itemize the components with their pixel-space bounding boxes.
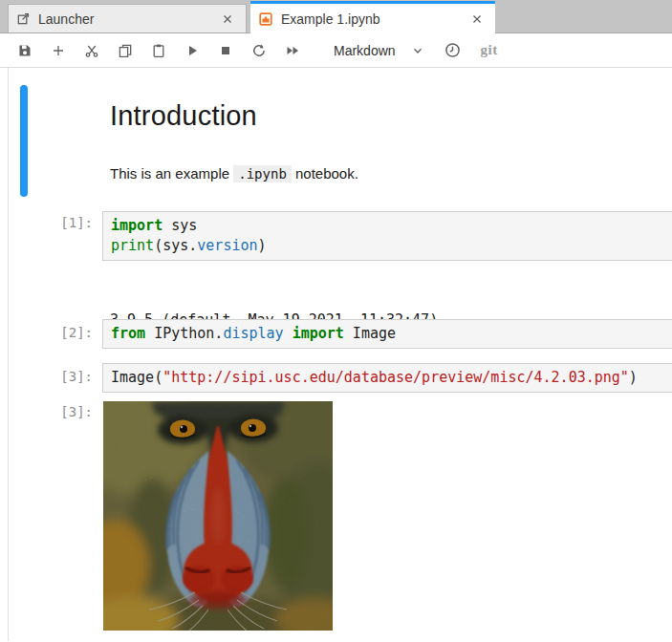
code-token: import <box>111 217 163 234</box>
code-cell-input[interactable]: Image("http://sipi.usc.edu/database/prev… <box>102 363 672 393</box>
chevron-down-icon <box>411 44 424 57</box>
panel-left-border <box>8 68 9 641</box>
code-cell-input[interactable]: from IPython.display import Image <box>102 319 672 349</box>
code-cell-input[interactable]: import sys print(sys.version) <box>102 211 672 261</box>
output-image-mandrill <box>103 401 333 631</box>
code-token: (sys. <box>154 237 197 254</box>
code-token: Image( <box>111 369 163 386</box>
code-line: print(sys.version) <box>111 236 665 256</box>
paste-button[interactable] <box>141 37 175 64</box>
notebook-panel: Introduction This is an example .ipynb n… <box>0 68 672 641</box>
launcher-icon <box>16 11 31 26</box>
code-token: sys <box>163 217 197 234</box>
code-token: ) <box>258 237 267 254</box>
cell-type-dropdown[interactable]: Markdown <box>334 43 424 58</box>
save-button[interactable] <box>8 37 41 64</box>
input-prompt: [1]: <box>0 215 102 230</box>
notebook-toolbar: Markdown git <box>0 33 672 68</box>
clock-icon <box>444 42 461 58</box>
input-prompt: [2]: <box>0 325 102 340</box>
paragraph-text: This is an example <box>110 165 233 182</box>
code-line: from IPython.display import Image <box>111 324 665 344</box>
cut-button[interactable] <box>75 37 108 64</box>
code-token: print <box>111 237 154 254</box>
tab-label: Example 1.ipynb <box>281 11 463 27</box>
copy-button[interactable] <box>108 37 141 64</box>
notebook-icon <box>258 11 273 27</box>
code-token: from <box>111 325 145 342</box>
tab-launcher[interactable]: Launcher <box>8 4 247 32</box>
code-token: "http://sipi.usc.edu/database/preview/mi… <box>163 369 629 386</box>
add-cell-button[interactable] <box>41 37 75 64</box>
cell-collapser[interactable] <box>20 85 28 197</box>
git-label: git <box>481 42 498 58</box>
tab-example-notebook[interactable]: Example 1.ipynb <box>250 1 495 33</box>
run-all-button[interactable] <box>275 37 309 64</box>
output-prompt: [3]: <box>0 404 102 419</box>
paragraph-text: notebook. <box>292 165 358 182</box>
stop-button[interactable] <box>208 37 242 64</box>
code-token <box>284 325 293 342</box>
code-token: display <box>223 325 283 342</box>
code-token: IPython. <box>145 325 223 342</box>
code-token: Image <box>344 325 396 342</box>
code-token: import <box>293 325 344 342</box>
clock-icon-button[interactable] <box>436 37 469 64</box>
markdown-heading: Introduction <box>110 100 257 132</box>
dock-tab-bar: Launcher Example 1.ipynb <box>0 0 672 33</box>
code-token: ) <box>629 369 638 386</box>
run-button[interactable] <box>175 37 208 64</box>
input-prompt: [3]: <box>0 369 102 384</box>
code-line: import sys <box>111 216 665 236</box>
restart-kernel-button[interactable] <box>242 37 275 64</box>
close-icon[interactable] <box>219 11 236 28</box>
jupyterlab-window: Launcher Example 1.ipynb <box>0 0 672 642</box>
close-icon[interactable] <box>468 11 486 28</box>
inline-code: .ipynb <box>233 165 292 182</box>
tab-label: Launcher <box>38 11 213 27</box>
code-token: version <box>197 237 257 254</box>
cell-type-value: Markdown <box>334 43 396 58</box>
code-line: Image("http://sipi.usc.edu/database/prev… <box>111 368 665 388</box>
markdown-paragraph: This is an example .ipynb notebook. <box>110 165 358 182</box>
